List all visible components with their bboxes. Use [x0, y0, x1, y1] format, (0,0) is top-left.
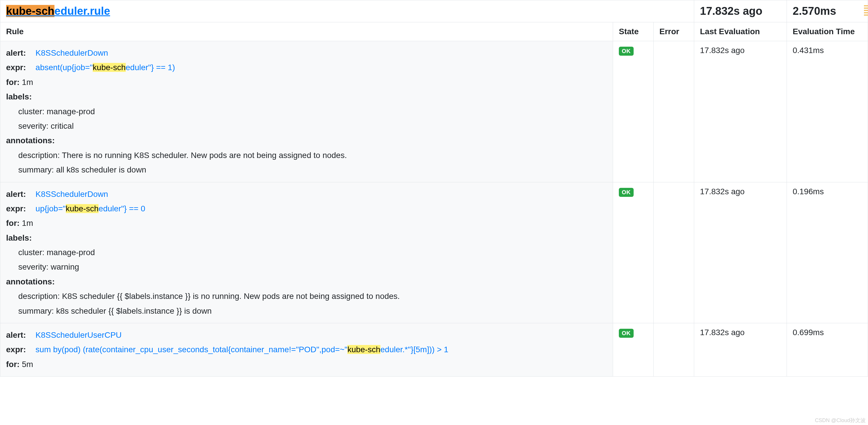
- label-labels: labels:: [6, 90, 32, 104]
- label-severity: severity: critical: [6, 119, 607, 133]
- label-labels: labels:: [6, 231, 32, 245]
- header-eval-time: Evaluation Time: [787, 22, 868, 41]
- header-row: Rule State Error Last Evaluation Evaluat…: [0, 22, 868, 41]
- error-cell: [654, 323, 694, 376]
- table-row: alert: K8SSchedulerDown expr: absent(up{…: [0, 41, 868, 182]
- state-cell: OK: [613, 41, 654, 182]
- annotation-summary: summary: all k8s scheduler is down: [6, 163, 607, 177]
- for-value: 1m: [22, 219, 33, 228]
- group-name-rest: eduler.rule: [55, 5, 110, 17]
- eval-time-cell: 0.431ms: [787, 41, 868, 182]
- state-cell: OK: [613, 182, 654, 323]
- eval-time-cell: 0.196ms: [787, 182, 868, 323]
- for-value: 5m: [22, 360, 33, 369]
- alert-link[interactable]: K8SSchedulerDown: [36, 49, 108, 57]
- status-badge: OK: [619, 47, 633, 56]
- label-expr: expr:: [6, 342, 31, 357]
- alert-link[interactable]: K8SSchedulerDown: [36, 190, 108, 199]
- rule-group-row: kube-scheduler.rule 17.832s ago 2.570ms: [0, 0, 868, 22]
- error-cell: [654, 182, 694, 323]
- highlight-text: kube-sch: [66, 204, 99, 213]
- error-cell: [654, 41, 694, 182]
- expr-link[interactable]: sum by(pod) (rate(container_cpu_user_sec…: [36, 345, 448, 354]
- status-badge: OK: [619, 329, 633, 338]
- status-badge: OK: [619, 188, 633, 197]
- expr-link[interactable]: absent(up{job="kube-scheduler"} == 1): [36, 63, 175, 72]
- eval-time-cell: 0.699ms: [787, 323, 868, 376]
- rule-cell: alert: K8SSchedulerDown expr: absent(up{…: [0, 41, 613, 182]
- annotation-description: description: There is no running K8S sch…: [6, 148, 607, 163]
- highlight-text: kube-sch: [93, 63, 126, 72]
- label-annotations: annotations:: [6, 133, 55, 148]
- highlight-text: kube-sch: [6, 5, 55, 17]
- group-eval-time: 2.570ms: [787, 0, 868, 22]
- label-expr: expr:: [6, 201, 31, 216]
- rules-table: kube-scheduler.rule 17.832s ago 2.570ms …: [0, 0, 868, 376]
- label-cluster: cluster: manage-prod: [6, 245, 607, 260]
- rule-cell: alert: K8SSchedulerUserCPU expr: sum by(…: [0, 323, 613, 376]
- label-severity: severity: warning: [6, 260, 607, 274]
- for-value: 1m: [22, 78, 33, 87]
- rule-cell: alert: K8SSchedulerDown expr: up{job="ku…: [0, 182, 613, 323]
- header-rule: Rule: [0, 22, 613, 41]
- state-cell: OK: [613, 323, 654, 376]
- header-error: Error: [654, 22, 694, 41]
- label-for: for:: [6, 357, 20, 372]
- last-eval-cell: 17.832s ago: [694, 323, 787, 376]
- annotation-summary: summary: k8s scheduler {{ $labels.instan…: [6, 304, 607, 318]
- label-cluster: cluster: manage-prod: [6, 104, 607, 119]
- label-expr: expr:: [6, 60, 31, 75]
- group-last-eval: 17.832s ago: [694, 0, 787, 22]
- label-for: for:: [6, 75, 20, 90]
- label-for: for:: [6, 216, 20, 230]
- annotation-description: description: K8S scheduler {{ $labels.in…: [6, 289, 607, 304]
- last-eval-cell: 17.832s ago: [694, 41, 787, 182]
- label-annotations: annotations:: [6, 275, 55, 289]
- alert-link[interactable]: K8SSchedulerUserCPU: [36, 331, 122, 339]
- header-state: State: [613, 22, 654, 41]
- table-row: alert: K8SSchedulerUserCPU expr: sum by(…: [0, 323, 868, 376]
- header-last-eval: Last Evaluation: [694, 22, 787, 41]
- label-alert: alert:: [6, 328, 31, 342]
- label-alert: alert:: [6, 187, 31, 201]
- table-row: alert: K8SSchedulerDown expr: up{job="ku…: [0, 182, 868, 323]
- label-alert: alert:: [6, 46, 31, 60]
- expr-link[interactable]: up{job="kube-scheduler"} == 0: [36, 204, 146, 213]
- last-eval-cell: 17.832s ago: [694, 182, 787, 323]
- edge-decoration: [864, 5, 868, 17]
- rule-group-link[interactable]: kube-scheduler.rule: [6, 5, 110, 17]
- highlight-text: kube-sch: [347, 345, 380, 354]
